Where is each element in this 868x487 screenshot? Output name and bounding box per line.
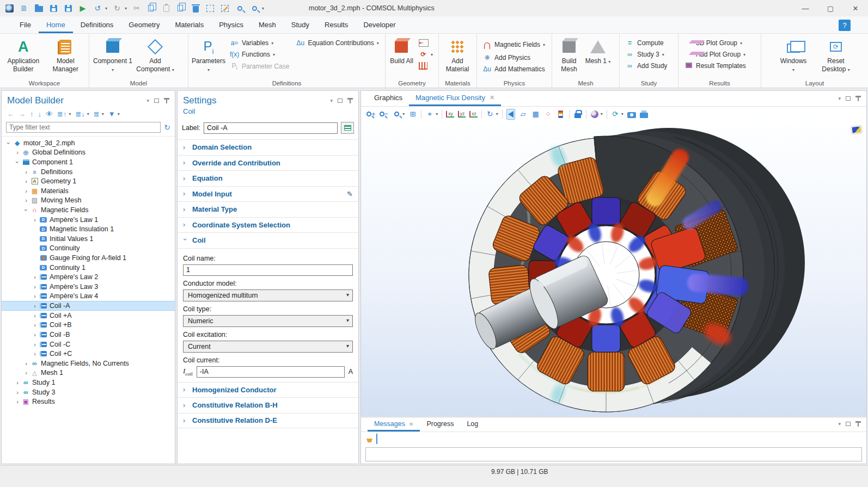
zoom-in-icon[interactable]: + bbox=[366, 109, 376, 120]
close-tab-icon[interactable]: ✕ bbox=[409, 421, 413, 427]
parameter-case-button[interactable]: PiParameter Case bbox=[228, 61, 291, 72]
tree-item[interactable]: ›DAmpère's Law 1 bbox=[2, 215, 175, 225]
table-messages-icon[interactable] bbox=[376, 434, 377, 444]
view-xz-icon[interactable]: xz bbox=[469, 111, 478, 118]
node-text-icon[interactable]: ≣ bbox=[94, 110, 100, 118]
chevron-icon[interactable]: › bbox=[31, 331, 39, 338]
model-manager-button[interactable]: Model Manager bbox=[46, 36, 86, 77]
redo-dropdown-icon[interactable]: ▾ bbox=[125, 6, 127, 11]
chevron-icon[interactable]: › bbox=[14, 158, 21, 166]
edit-model-input-icon[interactable]: ✎ bbox=[347, 190, 353, 198]
section-model-input[interactable]: ›Model Input✎ bbox=[178, 186, 358, 202]
tree-item[interactable]: ›Coil +C bbox=[2, 349, 175, 359]
maximize-button[interactable]: ▢ bbox=[818, 0, 843, 16]
tree-filter-input[interactable] bbox=[6, 122, 161, 133]
tree-item[interactable]: ›▣Results bbox=[2, 397, 175, 406]
grid-icon[interactable]: ▦ bbox=[531, 109, 540, 120]
section-domain-selection[interactable]: ›Domain Selection bbox=[178, 139, 358, 155]
equation-contributions-button[interactable]: ΔuEquation Contributions▾ bbox=[294, 38, 381, 48]
tree-item[interactable]: ›AGeometry 1 bbox=[2, 176, 175, 186]
add-material-button[interactable]: Add Material bbox=[442, 36, 473, 77]
environment-icon[interactable]: ▱ bbox=[519, 109, 528, 120]
geometry-import-button[interactable]: ⇤ bbox=[417, 38, 435, 48]
coil-current-input[interactable] bbox=[197, 366, 345, 378]
tree-item[interactable]: ›▦Materials bbox=[2, 186, 175, 196]
add-component-button[interactable]: Add Component ▾ bbox=[135, 36, 175, 77]
panel-menu-icon[interactable]: ▾ bbox=[146, 98, 149, 103]
tree-item[interactable]: ›DMagnetic Insulation 1 bbox=[2, 224, 175, 234]
add-physics-button[interactable]: ❋Add Physics bbox=[480, 53, 547, 63]
find-replace-icon[interactable] bbox=[249, 3, 259, 13]
section-coordinate-system[interactable]: ›Coordinate System Selection bbox=[178, 217, 358, 233]
chevron-icon[interactable]: › bbox=[14, 379, 21, 386]
functions-button[interactable]: f(x)Functions▾ bbox=[228, 50, 291, 59]
update-plot-icon[interactable]: ⟳ bbox=[611, 109, 620, 120]
coil-type-select[interactable]: Numeric bbox=[183, 315, 353, 327]
collapse-all-icon[interactable]: ≣↓ bbox=[75, 110, 84, 118]
panel-menu-icon[interactable]: ▾ bbox=[330, 98, 333, 103]
plot-thumbnail-icon[interactable] bbox=[851, 125, 862, 134]
expand-all-icon[interactable]: ≣↑ bbox=[57, 110, 66, 118]
tree-item[interactable]: ›Coil +A bbox=[2, 311, 175, 320]
chevron-icon[interactable]: › bbox=[31, 283, 39, 290]
forward-icon[interactable]: → bbox=[19, 110, 26, 118]
minimize-button[interactable]: — bbox=[793, 0, 818, 16]
plot-group-3d-button[interactable]: 3D Plot Group▾ bbox=[682, 38, 748, 48]
compute-button[interactable]: =Compute bbox=[623, 38, 669, 48]
create-selection-button[interactable] bbox=[341, 122, 354, 134]
new-file-icon[interactable]: 🗎 bbox=[19, 3, 29, 13]
chevron-icon[interactable]: › bbox=[5, 139, 12, 147]
chevron-icon[interactable]: › bbox=[31, 293, 39, 299]
view-xy-icon[interactable]: xy bbox=[446, 111, 454, 118]
axes-icon[interactable]: ⁘ bbox=[544, 109, 553, 120]
float-panel-icon[interactable] bbox=[338, 98, 343, 103]
print-icon[interactable] bbox=[640, 109, 649, 120]
graphics-canvas[interactable] bbox=[360, 121, 867, 416]
geometry-update-button[interactable]: ⟳▾ bbox=[417, 50, 435, 59]
duplicate-icon[interactable] bbox=[176, 3, 186, 13]
close-button[interactable]: ✕ bbox=[843, 0, 868, 16]
scene-light-icon[interactable] bbox=[506, 109, 515, 120]
chevron-icon[interactable]: › bbox=[31, 303, 39, 309]
save-as-icon[interactable] bbox=[63, 3, 73, 13]
zoom-box-icon[interactable] bbox=[392, 109, 401, 120]
refresh-icon[interactable]: ↻ bbox=[164, 123, 170, 132]
lock-icon[interactable] bbox=[573, 109, 582, 120]
coil-excitation-select[interactable]: Current bbox=[183, 341, 353, 353]
chevron-icon[interactable]: › bbox=[14, 389, 21, 396]
chevron-icon[interactable]: › bbox=[22, 360, 30, 367]
rotate-view-icon[interactable]: ↻ bbox=[486, 109, 494, 120]
snapshot-icon[interactable] bbox=[627, 109, 636, 120]
menu-home[interactable]: Home bbox=[39, 17, 73, 33]
delete-icon[interactable] bbox=[191, 3, 200, 13]
move-down-icon[interactable]: ↓ bbox=[38, 110, 42, 118]
add-mathematics-button[interactable]: ΔuAdd Mathematics bbox=[480, 64, 547, 74]
section-coil[interactable]: ›Coil bbox=[178, 232, 358, 248]
menu-definitions[interactable]: Definitions bbox=[73, 17, 121, 33]
tree-item[interactable]: ›∞Study 1 bbox=[2, 378, 175, 387]
windows-button[interactable]: Windows▾ bbox=[773, 36, 814, 77]
color-legend-icon[interactable] bbox=[557, 109, 565, 120]
float-panel-icon[interactable] bbox=[846, 96, 851, 101]
chevron-icon[interactable]: › bbox=[22, 188, 30, 194]
chevron-icon[interactable]: › bbox=[22, 178, 30, 184]
chevron-icon[interactable]: › bbox=[31, 322, 39, 328]
deselect-box-icon[interactable] bbox=[220, 3, 230, 13]
chevron-icon[interactable]: › bbox=[23, 206, 29, 214]
help-button[interactable]: ? bbox=[839, 20, 851, 31]
menu-mesh[interactable]: Mesh bbox=[251, 17, 284, 33]
result-templates-button[interactable]: Result Templates bbox=[682, 61, 748, 71]
tree-item[interactable]: ›∩Magnetic Fields bbox=[2, 205, 175, 215]
tab-magnetic-flux-density[interactable]: Magnetic Flux Density✕ bbox=[409, 90, 501, 106]
panel-menu-icon[interactable]: ▾ bbox=[838, 421, 841, 427]
tree-item[interactable]: ›DContinuity 1 bbox=[2, 263, 175, 273]
tree-item[interactable]: ›△Mesh 1 bbox=[2, 368, 175, 378]
section-constitutive-bh[interactable]: ›Constitutive Relation B-H bbox=[178, 397, 358, 413]
tree-item[interactable]: ›∞Magnetic Fields, No Currents bbox=[2, 359, 175, 368]
copy-icon[interactable] bbox=[146, 3, 156, 13]
parameters-button[interactable]: PiParameters▾ bbox=[192, 36, 225, 77]
chevron-icon[interactable]: › bbox=[14, 398, 21, 405]
add-plot-group-button[interactable]: Add Plot Group▾ bbox=[682, 50, 748, 59]
tree-item[interactable]: ›Ampère's Law 3 bbox=[2, 282, 175, 292]
messages-content[interactable] bbox=[365, 447, 862, 461]
